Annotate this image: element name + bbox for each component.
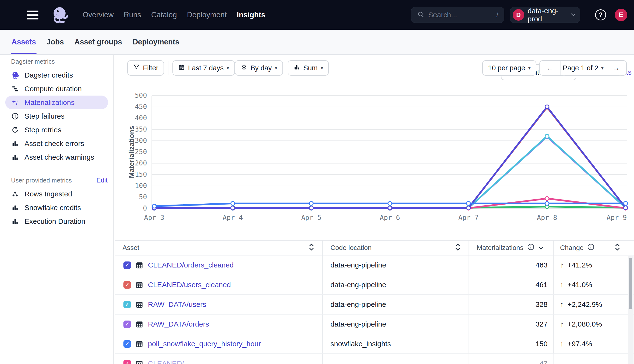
data-point[interactable] [466,206,470,210]
sort-icon[interactable] [309,243,314,253]
column-header-code-location[interactable]: Code location [323,240,469,255]
date-range-button[interactable]: Last 7 days ▾ [172,60,235,76]
data-point[interactable] [466,206,470,210]
sidebar-item-step-failures[interactable]: Step failures [5,109,108,123]
data-point[interactable] [231,206,235,210]
data-point[interactable] [152,206,156,210]
data-point[interactable] [152,206,156,210]
next-page-button[interactable]: → [606,61,626,75]
topnav-link-insights[interactable]: Insights [237,10,265,19]
data-point[interactable] [152,204,156,208]
data-point[interactable] [388,206,392,210]
topnav-link-overview[interactable]: Overview [82,10,114,19]
sort-down-icon[interactable] [538,244,544,252]
column-header-change[interactable]: Change [554,240,627,255]
data-point[interactable] [231,206,235,210]
sidebar-item-execution-duration[interactable]: Execution Duration [5,214,108,228]
data-point[interactable] [466,206,470,210]
data-point[interactable] [231,206,235,210]
data-point[interactable] [231,202,235,205]
sidebar-item-dagster-credits[interactable]: Dagster credits [5,68,108,82]
series-checkbox[interactable]: ✓ [124,301,131,308]
asset-link[interactable]: CLEANED/users_cleaned [148,281,231,289]
series-checkbox[interactable]: ✓ [124,340,131,348]
data-point[interactable] [466,202,470,205]
data-point[interactable] [309,206,313,210]
data-point[interactable] [624,206,628,210]
topnav-link-catalog[interactable]: Catalog [151,10,177,19]
data-point[interactable] [466,206,470,210]
data-point[interactable] [545,197,549,200]
filter-button[interactable]: Filter [127,60,164,76]
series-checkbox[interactable]: ✓ [124,360,131,364]
tab-assets[interactable]: Assets [11,30,36,54]
sort-icon[interactable] [455,243,460,253]
data-point[interactable] [388,206,392,210]
tab-asset-groups[interactable]: Asset groups [74,30,122,54]
per-page-button[interactable]: 10 per page ▾ [482,60,536,76]
data-point[interactable] [309,206,313,210]
aggregation-button[interactable]: Sum ▾ [288,60,329,76]
help-icon[interactable]: ? [595,9,606,20]
data-point[interactable] [388,206,392,210]
data-point[interactable] [624,206,628,210]
data-point[interactable] [388,206,392,210]
sidebar-item-asset-check-errors[interactable]: Asset check errors [5,136,108,150]
data-point[interactable] [231,206,235,210]
data-point[interactable] [624,206,628,210]
data-point[interactable] [466,206,470,210]
series-checkbox[interactable]: ✓ [124,262,131,269]
data-point[interactable] [466,206,470,210]
tab-deployments[interactable]: Deployments [132,30,180,54]
data-point[interactable] [152,206,156,210]
data-point[interactable] [624,206,628,210]
data-point[interactable] [388,206,392,210]
column-header-materializations[interactable]: Materializations [469,240,554,255]
sidebar-item-materializations[interactable]: Materializations [5,96,108,109]
series-checkbox[interactable]: ✓ [124,281,131,288]
info-icon[interactable] [588,244,594,252]
data-point[interactable] [309,206,313,210]
dagster-logo-icon[interactable] [50,5,69,24]
prev-page-button[interactable]: ← [540,61,560,75]
sidebar-item-compute-duration[interactable]: Compute duration [5,82,108,96]
sidebar-item-snowflake-credits[interactable]: Snowflake credits [5,201,108,214]
asset-link[interactable]: CLEANED/orders_cleaned [148,261,234,269]
data-point[interactable] [624,202,628,205]
topnav-link-deployment[interactable]: Deployment [187,10,226,19]
data-point[interactable] [545,204,549,208]
topnav-link-runs[interactable]: Runs [124,10,141,19]
info-icon[interactable] [527,244,534,252]
asset-link[interactable]: poll_snowflake_query_history_hour [148,340,261,348]
hamburger-menu-icon[interactable] [27,10,38,20]
data-point[interactable] [388,202,392,205]
data-point[interactable] [152,206,156,210]
data-point[interactable] [309,206,313,210]
sidebar-item-rows-ingested[interactable]: Rows Ingested [5,187,108,201]
granularity-button[interactable]: By day ▾ [235,60,283,76]
scrollbar-thumb[interactable] [629,258,632,309]
data-point[interactable] [545,134,549,138]
data-point[interactable] [388,206,392,210]
data-point[interactable] [309,202,313,205]
data-point[interactable] [309,206,313,210]
asset-link[interactable]: CLEANED/… [148,360,191,364]
column-header-asset[interactable]: Asset [115,240,323,255]
data-point[interactable] [545,106,549,109]
data-point[interactable] [545,105,549,109]
sort-icon[interactable] [615,243,620,253]
data-point[interactable] [545,202,549,205]
workspace-switcher[interactable]: D data-eng-prod [510,7,580,23]
table-scrollbar[interactable] [628,256,634,364]
page-indicator-button[interactable]: Page 1 of 2 ▾ [560,61,606,75]
data-point[interactable] [231,206,235,210]
data-point[interactable] [231,206,235,210]
data-point[interactable] [545,135,549,138]
data-point[interactable] [624,206,628,210]
sidebar-edit-link[interactable]: Edit [96,177,108,184]
series-checkbox[interactable]: ✓ [124,320,131,328]
data-point[interactable] [152,206,156,210]
data-point[interactable] [152,206,156,210]
data-point[interactable] [309,206,313,210]
sidebar-item-asset-check-warnings[interactable]: Asset check warnings [5,150,108,164]
